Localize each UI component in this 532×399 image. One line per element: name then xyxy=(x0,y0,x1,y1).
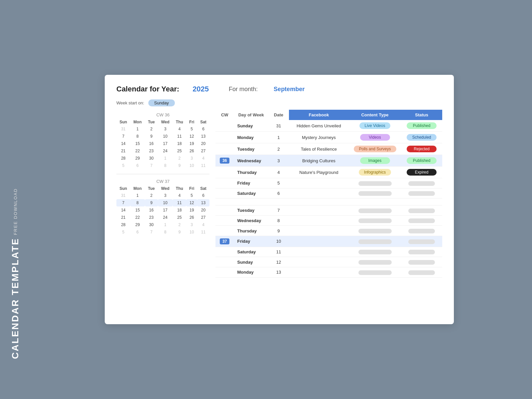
cal-day: 7 xyxy=(116,133,130,140)
cal-header-thu: Thu xyxy=(173,119,186,125)
cw36-label: CW 36 xyxy=(116,112,209,117)
content-type-badge: Polls and Surveys xyxy=(354,146,396,152)
facebook-cell xyxy=(289,215,349,226)
content-type-badge: Images xyxy=(360,157,390,164)
status-cell xyxy=(401,247,442,257)
cal-day: 9 xyxy=(173,228,186,236)
dow-cell: Sunday xyxy=(234,257,268,267)
cal-day: 12 xyxy=(186,133,197,140)
empty-placeholder xyxy=(408,270,435,275)
facebook-cell: Bridging Cultures xyxy=(289,155,349,167)
date-cell: 2 xyxy=(268,143,289,155)
facebook-cell xyxy=(289,188,349,199)
table-row: 14 15 16 17 18 19 20 xyxy=(116,206,209,214)
week-start-row: Week start on: Sunday xyxy=(116,99,442,106)
cal-day: 18 xyxy=(173,206,186,214)
cal-day: 19 xyxy=(186,206,197,214)
table-row: Tuesday 7 xyxy=(215,205,442,216)
facebook-cell: Hidden Gems Unveiled xyxy=(289,120,349,132)
dow-cell: Wednesday xyxy=(234,215,268,226)
cal-header-sat: Sat xyxy=(197,119,209,125)
date-cell: 3 xyxy=(268,155,289,167)
cal-day: 10 xyxy=(186,162,197,169)
empty-placeholder xyxy=(358,181,392,186)
col-header-status: Status xyxy=(401,110,442,120)
empty-placeholder xyxy=(408,260,435,265)
cal-day: 16 xyxy=(145,140,158,147)
cw-cell xyxy=(215,215,234,226)
cal-day: 18 xyxy=(173,140,186,147)
facebook-cell xyxy=(289,205,349,216)
content-type-cell xyxy=(349,178,401,189)
cal-header-mon: Mon xyxy=(130,185,145,192)
cal-day: 7 xyxy=(116,199,130,206)
cal-day: 5 xyxy=(186,125,197,133)
cal-day: 13 xyxy=(197,133,209,140)
content-type-cell: Infographics xyxy=(349,167,401,178)
cal-day: 5 xyxy=(116,228,130,236)
table-row: Wednesday 8 xyxy=(215,215,442,226)
facebook-cell xyxy=(289,257,349,267)
cal-day: 22 xyxy=(130,147,145,155)
date-cell: 7 xyxy=(268,205,289,216)
cal-header-fri: Fri xyxy=(186,119,197,125)
content-type-cell: Polls and Surveys xyxy=(349,143,401,155)
cal-day: 12 xyxy=(186,199,197,206)
table-row: 31 1 2 3 4 5 6 xyxy=(116,125,209,133)
schedule-table: CW Day of Week Date Facebook Content Typ… xyxy=(215,110,442,278)
empty-placeholder xyxy=(358,218,392,223)
empty-placeholder xyxy=(358,250,392,254)
cal-day: 17 xyxy=(158,206,173,214)
cal-day: 11 xyxy=(173,133,186,140)
empty-placeholder xyxy=(408,191,435,196)
cal-day: 20 xyxy=(197,206,209,214)
col-header-dow: Day of Week xyxy=(234,110,268,120)
calendar-year: 2025 xyxy=(193,85,209,93)
content-type-cell xyxy=(349,215,401,226)
cw-cell xyxy=(215,167,234,178)
cal-day: 1 xyxy=(130,192,145,199)
cal-header-tue: Tue xyxy=(145,119,158,125)
date-cell: 1 xyxy=(268,132,289,143)
cal-day: 21 xyxy=(116,147,130,155)
cal-day: 3 xyxy=(186,221,197,228)
facebook-cell xyxy=(289,178,349,189)
cal-day: 10 xyxy=(186,228,197,236)
cal-day: 25 xyxy=(173,147,186,155)
status-cell xyxy=(401,226,442,236)
cw37-label: CW 37 xyxy=(116,179,209,184)
main-card: Calendar for Year: 2025 For month: Septe… xyxy=(105,75,454,324)
date-cell: 12 xyxy=(268,257,289,267)
cal-day: 8 xyxy=(158,162,173,169)
cal-day: 6 xyxy=(130,228,145,236)
dow-cell: Thursday xyxy=(234,167,268,178)
cal-header-tue: Tue xyxy=(145,185,158,192)
cw-cell xyxy=(215,247,234,257)
cw36-calendar: Sun Mon Tue Wed Thu Fri Sat 31 1 2 3 xyxy=(116,119,209,169)
cw-cell xyxy=(215,143,234,155)
cal-day: 14 xyxy=(116,206,130,214)
cal-day: 25 xyxy=(173,214,186,221)
cal-day: 4 xyxy=(173,125,186,133)
week-start-label: Week start on: xyxy=(116,100,144,105)
cal-day: 2 xyxy=(145,125,158,133)
content-type-cell xyxy=(349,226,401,236)
cal-day: 7 xyxy=(145,228,158,236)
cal-header-sun: Sun xyxy=(116,119,130,125)
week-start-value: Sunday xyxy=(148,99,175,106)
header-row: Calendar for Year: 2025 For month: Septe… xyxy=(116,85,442,93)
cal-day: 8 xyxy=(158,228,173,236)
cw-cell xyxy=(215,267,234,277)
cal-day: 28 xyxy=(116,155,130,162)
cal-day: 5 xyxy=(186,192,197,199)
cw-number-badge: 37 xyxy=(220,238,229,244)
cal-day: 7 xyxy=(145,162,158,169)
cw-cell xyxy=(215,188,234,199)
table-row: 5 6 7 8 9 10 11 xyxy=(116,162,209,169)
cal-day: 4 xyxy=(197,155,209,162)
for-month-label: For month: xyxy=(229,86,258,93)
cal-day: 5 xyxy=(116,162,130,169)
status-cell: Published xyxy=(401,120,442,132)
status-cell xyxy=(401,215,442,226)
col-header-content-type: Content Type xyxy=(349,110,401,120)
